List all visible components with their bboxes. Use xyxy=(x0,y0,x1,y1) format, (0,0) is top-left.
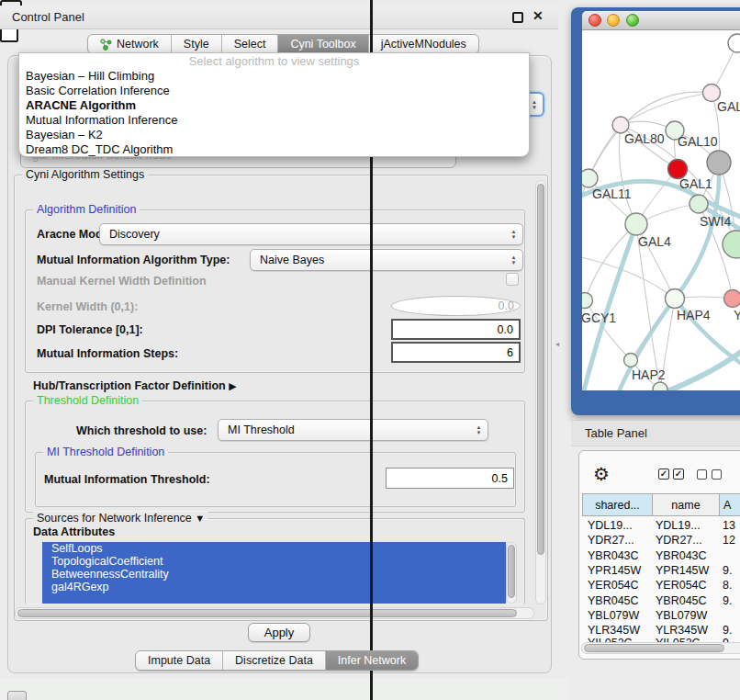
algorithm-definition-legend: Algorithm Definition xyxy=(33,203,140,216)
select-all-checkbox-icon[interactable]: ✓ xyxy=(673,469,684,480)
close-icon[interactable]: ✕ xyxy=(533,8,544,23)
node-label: GAL1 xyxy=(679,176,712,191)
dpi-tolerance-label: DPI Tolerance [0,1]: xyxy=(37,323,143,336)
table-cell[interactable]: YBR045C xyxy=(588,594,639,607)
node-gal4[interactable] xyxy=(625,213,647,235)
manual-kernel-checkbox[interactable] xyxy=(506,273,519,286)
table-cell[interactable]: 9. xyxy=(723,564,732,577)
dropdown-item[interactable]: Bayesian – K2 xyxy=(19,128,529,142)
node-hap4[interactable] xyxy=(666,289,685,309)
table-cell[interactable]: YLR345W xyxy=(588,624,640,637)
table-cell[interactable]: YBR045C xyxy=(656,594,707,607)
attr-item-selected[interactable]: TopologicalCoefficient xyxy=(42,555,506,568)
table-cell[interactable]: 12 xyxy=(723,534,735,547)
node-label: GAL80 xyxy=(624,131,665,146)
dropdown-item[interactable]: Dream8 DC_TDC Algorithm xyxy=(19,142,529,157)
table-hscroll-thumb[interactable] xyxy=(584,644,724,652)
minimized-panel-icon[interactable] xyxy=(7,691,27,700)
node-hap2[interactable] xyxy=(624,354,638,367)
table-cell[interactable]: YPR145W xyxy=(656,564,709,577)
table-cell[interactable]: YDR27... xyxy=(588,534,634,547)
combo-spinner-icon: ▲▼ xyxy=(508,226,520,243)
table-cell[interactable]: YDR27... xyxy=(656,534,702,547)
node-gcy1[interactable] xyxy=(582,293,593,309)
dropdown-item[interactable]: Mutual Information Inference xyxy=(19,113,529,128)
deselect-all-checkbox-icon[interactable] xyxy=(712,469,722,480)
splitter-handle-icon[interactable]: ◂ xyxy=(555,339,565,350)
gear-icon[interactable]: ⚙ xyxy=(593,463,610,485)
column-header-name[interactable]: name xyxy=(652,493,720,516)
maximize-traffic-light-icon[interactable] xyxy=(626,14,639,27)
attr-item-selected[interactable] xyxy=(42,593,506,604)
settings-hscroll-thumb[interactable] xyxy=(17,609,517,617)
table-cell[interactable]: 9. xyxy=(723,624,732,637)
dropdown-item[interactable]: Basic Correlation Inference xyxy=(19,84,529,98)
network-canvas[interactable]: GAL GAL80 GAL10 GAL11 GAL1 SWI4 GAL4 GCY… xyxy=(582,30,740,390)
table-cell[interactable]: YER054C xyxy=(588,579,639,592)
node-gray[interactable] xyxy=(707,151,731,175)
kernel-width-field[interactable]: 0.0 xyxy=(391,296,521,316)
column-header-shared-name[interactable]: shared... xyxy=(582,493,653,516)
table-cell[interactable]: YBL079W xyxy=(656,609,707,622)
attr-list-scrollbar[interactable] xyxy=(506,542,517,604)
column-header-cut[interactable]: A xyxy=(719,493,740,516)
tab-cyni-toolbox[interactable]: Cyni Toolbox xyxy=(278,35,368,53)
mi-type-combo[interactable]: Naive Bayes ▲▼ xyxy=(250,249,523,271)
network-window-titlebar[interactable] xyxy=(582,11,740,30)
node-gal1[interactable] xyxy=(690,195,708,213)
aracne-mode-value: Discovery xyxy=(109,228,160,241)
close-traffic-light-icon[interactable] xyxy=(589,14,601,27)
table-horizontal-scrollbar[interactable] xyxy=(581,642,740,654)
tab-discretize-data[interactable]: Discretize Data xyxy=(223,651,326,670)
table-cell[interactable]: YPR145W xyxy=(588,564,641,577)
tab-style[interactable]: Style xyxy=(172,35,222,53)
cyni-bottom-tabbar: Impute Data Discretize Data Infer Networ… xyxy=(135,650,419,671)
float-window-icon[interactable] xyxy=(512,12,523,23)
node-gal11[interactable] xyxy=(582,169,598,187)
attr-item-selected[interactable]: BetweennessCentrality xyxy=(42,568,506,581)
aracne-mode-combo[interactable]: Discovery ▲▼ xyxy=(99,223,523,245)
dpi-tolerance-field[interactable]: 0.0 xyxy=(391,319,521,340)
deselect-all-checkbox-icon[interactable] xyxy=(697,469,707,480)
tab-network[interactable]: Network xyxy=(88,35,172,53)
table-cell[interactable]: 8. xyxy=(723,579,732,592)
data-attributes-list[interactable]: SelfLoops TopologicalCoefficient Between… xyxy=(42,542,506,604)
tab-infer-network[interactable]: Infer Network xyxy=(326,651,418,670)
node-salmon[interactable] xyxy=(724,290,740,308)
table-cell[interactable]: YBR043C xyxy=(656,549,707,562)
attr-item-selected[interactable]: gal4RGexp xyxy=(42,581,506,593)
mi-steps-field[interactable]: 6 xyxy=(391,342,521,363)
dropdown-item-selected[interactable]: ARACNE Algorithm xyxy=(19,98,529,113)
table-cell[interactable]: YDL19... xyxy=(656,519,701,532)
table-cell[interactable]: 9. xyxy=(723,594,732,607)
which-threshold-combo[interactable]: MI Threshold ▲▼ xyxy=(218,419,488,441)
tab-select[interactable]: Select xyxy=(222,35,279,53)
apply-button[interactable]: Apply xyxy=(248,623,310,642)
node-label: GAL xyxy=(717,99,740,114)
data-attributes-label: Data Attributes xyxy=(33,525,115,538)
select-all-checkbox-icon[interactable]: ✓ xyxy=(658,469,669,480)
dropdown-item[interactable]: Bayesian – Hill Climbing xyxy=(19,69,529,84)
minimize-traffic-light-icon[interactable] xyxy=(607,14,620,27)
tab-impute-data[interactable]: Impute Data xyxy=(136,651,223,670)
table-cell[interactable]: YDL19... xyxy=(588,519,633,532)
attr-list-scroll-thumb[interactable] xyxy=(508,545,515,598)
table-cell[interactable]: YBR043C xyxy=(588,549,639,562)
table-cell[interactable]: YER054C xyxy=(656,579,707,592)
node-green-large[interactable] xyxy=(723,231,740,258)
table-cell[interactable]: YLR345W xyxy=(656,624,708,637)
manual-kernel-label: Manual Kernel Width Definition xyxy=(37,275,207,288)
settings-vertical-scrollbar[interactable] xyxy=(535,180,546,604)
sources-legend[interactable]: Sources for Network Inference ▼ xyxy=(33,512,208,525)
mi-threshold-field[interactable]: 0.5 xyxy=(386,468,514,489)
node-label: HAP2 xyxy=(632,367,666,382)
node[interactable] xyxy=(653,382,667,390)
table-cell[interactable]: YBL079W xyxy=(588,609,639,622)
settings-horizontal-scrollbar[interactable] xyxy=(15,607,534,619)
attr-item-selected[interactable]: SelfLoops xyxy=(42,542,506,555)
node[interactable] xyxy=(728,34,740,52)
settings-vscroll-thumb[interactable] xyxy=(537,184,544,555)
table-cell[interactable]: 13 xyxy=(723,519,735,532)
tab-jactivemnodules[interactable]: jActiveMNodules xyxy=(369,35,478,53)
hub-definition-expander[interactable]: Hub/Transcription Factor Definition ▶ xyxy=(33,379,237,392)
